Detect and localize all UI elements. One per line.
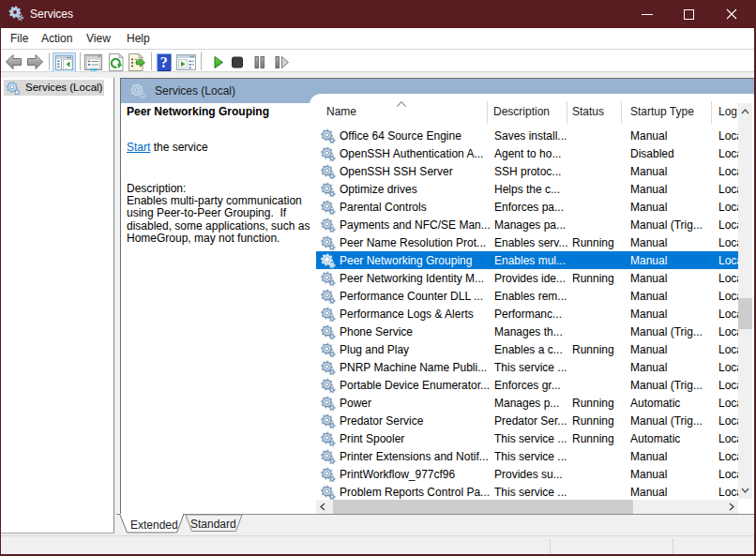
svg-text:?: ? <box>160 54 168 70</box>
svg-text:Standard: Standard <box>190 518 236 531</box>
svg-text:Extended: Extended <box>130 518 178 532</box>
